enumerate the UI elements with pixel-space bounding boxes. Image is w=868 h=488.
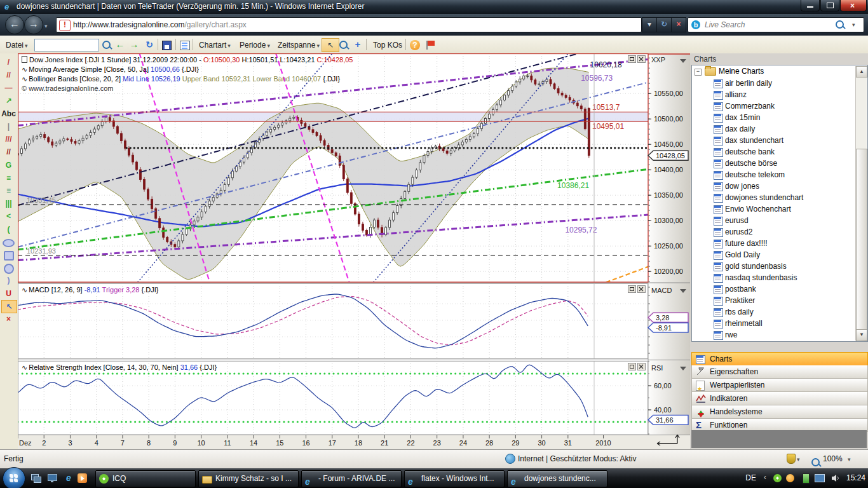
tree-item[interactable]: dax stundenchart bbox=[692, 135, 867, 146]
tree-item[interactable]: deutsche telekom bbox=[692, 169, 867, 180]
protected-mode-icon[interactable] bbox=[787, 454, 796, 464]
tree-item[interactable]: eurusd2 bbox=[692, 226, 867, 238]
vertical-line-tool[interactable]: | bbox=[1, 120, 16, 132]
chart-canvas[interactable]: 10331,4510231,9310513,710495,0110620,181… bbox=[18, 53, 690, 449]
text-tool[interactable]: Abc bbox=[1, 107, 16, 119]
file-menu[interactable]: Datei▾ bbox=[3, 38, 31, 52]
arc-tool[interactable]: ) bbox=[1, 274, 16, 286]
select-tool[interactable]: ↖ bbox=[1, 300, 17, 313]
tray-chevron-icon[interactable]: ‹ bbox=[764, 473, 766, 482]
tree-scrollbar[interactable]: ▲ ▼ bbox=[855, 66, 867, 341]
start-button[interactable] bbox=[3, 467, 25, 488]
tree-item[interactable]: deutsche börse bbox=[692, 158, 867, 169]
sidebar-tab-handelssysteme[interactable]: Handelsysteme bbox=[691, 405, 868, 419]
symbol-input[interactable] bbox=[34, 39, 99, 51]
icq-tray-icon[interactable] bbox=[773, 474, 782, 482]
history-caret-icon[interactable]: ▾ bbox=[44, 23, 48, 29]
task-button[interactable]: ICQ bbox=[95, 470, 196, 487]
back-button[interactable]: ← bbox=[5, 15, 24, 34]
task-button[interactable]: e- Forum - ARIVA.DE ... bbox=[301, 470, 402, 487]
address-bar[interactable]: ! http://www.tradesignalonline.com/galle… bbox=[56, 17, 642, 32]
media-player-icon[interactable] bbox=[76, 471, 89, 484]
crosshair-icon[interactable]: + bbox=[352, 39, 363, 50]
top-kos-button[interactable]: Top KOs bbox=[370, 38, 405, 52]
sidebar-tab-indikatoren[interactable]: Indikatoren bbox=[691, 392, 868, 405]
tree-item[interactable]: Commerzbank bbox=[692, 100, 867, 112]
clock[interactable]: 15:24 bbox=[846, 473, 865, 482]
tree-item[interactable]: dow jones bbox=[692, 180, 867, 192]
pointer-tool-button[interactable]: ↖ bbox=[322, 38, 339, 52]
fibonacci-retracement-tool[interactable]: ≡ bbox=[1, 172, 16, 184]
minimize-button[interactable] bbox=[801, 0, 820, 11]
show-desktop-icon[interactable] bbox=[46, 471, 58, 484]
tree-root[interactable]: − Meine Charts bbox=[692, 65, 867, 78]
stop-button[interactable]: × bbox=[671, 17, 686, 32]
rectangle-tool[interactable] bbox=[1, 248, 16, 261]
gann-tool[interactable]: G bbox=[1, 159, 16, 171]
circle-tool[interactable] bbox=[1, 261, 16, 273]
forward-button[interactable]: → bbox=[24, 15, 43, 34]
tree-item[interactable]: rheinmetall bbox=[692, 318, 867, 329]
search-box[interactable]: b ▾ bbox=[688, 17, 864, 32]
zoom-level[interactable]: 100% bbox=[823, 454, 843, 463]
arcs-tool[interactable]: ( bbox=[1, 223, 16, 235]
back-chart-icon[interactable]: ← bbox=[114, 39, 126, 50]
window-switcher-icon[interactable] bbox=[29, 471, 42, 484]
forward-chart-icon[interactable]: → bbox=[128, 39, 140, 50]
flag-icon[interactable] bbox=[424, 39, 436, 50]
volume-icon[interactable] bbox=[831, 474, 840, 482]
tree-item[interactable]: Gold Daily bbox=[692, 249, 867, 261]
tree-item[interactable]: Envio Wochenchart bbox=[692, 203, 867, 215]
task-button[interactable]: eflatex - Windows Int... bbox=[404, 470, 505, 487]
tree-item[interactable]: future dax!!!! bbox=[692, 238, 867, 249]
chartart-menu[interactable]: Chartart▾ bbox=[196, 38, 234, 52]
tree-item[interactable]: dowjones stundenchart bbox=[692, 192, 867, 203]
tree-item[interactable]: s&p500 stundenchart bbox=[692, 341, 867, 342]
tree-item[interactable]: nasdaq stundenbasis bbox=[692, 272, 867, 283]
tree-item[interactable]: rbs daily bbox=[692, 306, 867, 318]
collapse-icon[interactable]: − bbox=[695, 69, 702, 76]
search-input[interactable] bbox=[703, 18, 833, 31]
sidebar-tab-wertpapierlisten[interactable]: Wertpapierlisten bbox=[691, 379, 868, 392]
save-icon[interactable] bbox=[161, 39, 172, 50]
tree-item[interactable]: dax 15min bbox=[692, 112, 867, 123]
close-button[interactable]: × bbox=[840, 0, 867, 11]
address-dropdown-button[interactable]: ▾ bbox=[642, 17, 657, 32]
protected-caret-icon[interactable]: ▾ bbox=[797, 456, 800, 463]
ie-quicklaunch-icon[interactable]: e bbox=[62, 471, 75, 484]
zoom-icon[interactable] bbox=[811, 458, 820, 466]
task-button[interactable]: edowjones stundenc... bbox=[507, 470, 607, 487]
zoom-caret-icon[interactable]: ▾ bbox=[848, 456, 851, 463]
tree-item[interactable]: eurusd bbox=[692, 215, 867, 226]
delete-tool[interactable]: × bbox=[1, 313, 16, 325]
messenger-tray-icon[interactable] bbox=[786, 474, 794, 482]
zoom-in-icon[interactable] bbox=[338, 39, 349, 50]
restore-button[interactable] bbox=[820, 0, 839, 11]
ellipse-tool[interactable] bbox=[1, 236, 16, 248]
scroll-up-icon[interactable]: ▲ bbox=[856, 66, 867, 78]
tree-item[interactable]: air berlin daily bbox=[692, 78, 867, 89]
url-text[interactable]: http://www.tradesignalonline.com/gallery… bbox=[73, 20, 247, 29]
search-symbol-icon[interactable] bbox=[100, 39, 112, 50]
scroll-down-icon[interactable]: ▼ bbox=[856, 329, 867, 341]
help-icon[interactable]: ? bbox=[409, 39, 421, 50]
parallel-lines-tool[interactable]: // bbox=[1, 69, 16, 81]
fan-lines-tool[interactable]: /// bbox=[1, 133, 16, 145]
scroll-thumb[interactable] bbox=[856, 149, 867, 342]
zeitspanne-menu[interactable]: Zeitspanne▾ bbox=[275, 38, 323, 52]
fan-tool[interactable]: < bbox=[1, 210, 16, 222]
charts-tree[interactable]: − Meine Charts air berlin dailyallianzCo… bbox=[691, 65, 868, 342]
tree-item[interactable]: allianz bbox=[692, 89, 867, 100]
tree-item[interactable]: Praktiker bbox=[692, 295, 867, 306]
tree-item[interactable]: postbank bbox=[692, 283, 867, 295]
refresh-button[interactable]: ↻ bbox=[656, 17, 672, 32]
search-caret-icon[interactable]: ▾ bbox=[852, 22, 855, 28]
alert-icon[interactable]: ! bbox=[59, 20, 71, 31]
sidebar-tab-eigenschaften[interactable]: Eigenschaften bbox=[691, 365, 868, 379]
language-indicator[interactable]: DE bbox=[745, 473, 756, 482]
tree-item[interactable]: deutsche bank bbox=[692, 146, 867, 158]
trendline-tool[interactable]: / bbox=[1, 56, 16, 68]
reload-chart-icon[interactable]: ↻ bbox=[144, 39, 155, 50]
sidebar-tab-charts[interactable]: Charts bbox=[691, 352, 868, 366]
battery-icon[interactable] bbox=[803, 473, 810, 484]
